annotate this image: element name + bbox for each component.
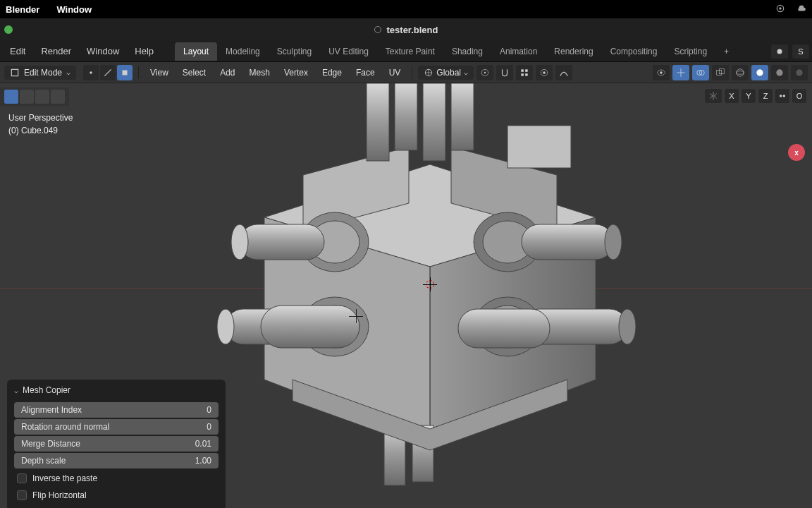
- invert-select-icon[interactable]: [51, 90, 65, 104]
- prop-alignment-index[interactable]: Alignment Index 0: [14, 402, 219, 418]
- svg-point-56: [605, 224, 622, 260]
- snap-options[interactable]: [516, 65, 533, 80]
- check-flip-horizontal[interactable]: Flip Horizontal: [14, 488, 219, 502]
- menu-help[interactable]: Help: [128, 43, 161, 59]
- svg-rect-15: [525, 73, 528, 76]
- options-label[interactable]: O: [792, 89, 806, 103]
- cloud-icon[interactable]: [796, 4, 806, 16]
- visibility-dropdown[interactable]: [653, 65, 670, 80]
- svg-rect-42: [423, 83, 445, 161]
- svg-point-2: [777, 49, 782, 54]
- tab-sculpting[interactable]: Sculpting: [269, 42, 320, 61]
- mirror-z-toggle[interactable]: Z: [758, 89, 773, 103]
- header-add-menu[interactable]: Add: [214, 66, 240, 80]
- vertex-select-mode[interactable]: [83, 65, 99, 80]
- checkbox-icon[interactable]: [17, 473, 27, 483]
- mirror-y-toggle[interactable]: Y: [742, 89, 756, 103]
- viewport-info-text: User Perspective (0) Cube.049: [8, 111, 73, 137]
- header-face-menu[interactable]: Face: [350, 66, 381, 80]
- proportional-edit-toggle[interactable]: [536, 65, 553, 80]
- mode-selector[interactable]: Edit Mode ⌵: [4, 66, 76, 80]
- tab-rendering[interactable]: Rendering: [546, 42, 601, 61]
- scene-label[interactable]: S: [792, 44, 809, 59]
- subtract-select-icon[interactable]: [20, 90, 34, 104]
- redo-operator-panel: ⌵ Mesh Copier Alignment Index 0 Rotation…: [7, 380, 226, 508]
- face-select-mode[interactable]: [117, 65, 133, 80]
- tab-animation[interactable]: Animation: [491, 42, 546, 61]
- orientation-label: Global: [436, 68, 461, 78]
- overlay-toggle[interactable]: [692, 65, 709, 80]
- svg-line-5: [104, 69, 111, 75]
- svg-rect-41: [395, 83, 417, 150]
- topbar-right-icons: S: [771, 44, 809, 59]
- check-inverse-paste[interactable]: Inverse the paste: [14, 471, 219, 485]
- checkbox-icon[interactable]: [17, 490, 27, 500]
- unsaved-indicator-icon: [374, 26, 381, 33]
- mirror-axis-toggles: X Y Z O: [705, 89, 806, 103]
- window-title-bar: tester.blend: [0, 18, 812, 41]
- header-mesh-menu[interactable]: Mesh: [244, 66, 276, 80]
- scene-dropdown[interactable]: [771, 44, 788, 59]
- extend-select-icon[interactable]: [4, 90, 18, 104]
- document-filename: tester.blend: [387, 25, 438, 35]
- svg-rect-13: [525, 69, 528, 72]
- mirror-icon[interactable]: [705, 89, 722, 103]
- shading-solid[interactable]: [751, 65, 768, 80]
- prop-depth-scale[interactable]: Depth scale 1.00: [14, 453, 219, 468]
- header-vertex-menu[interactable]: Vertex: [278, 66, 314, 80]
- header-select-menu[interactable]: Select: [177, 66, 211, 80]
- orientation-icon: [424, 68, 433, 78]
- svg-rect-55: [522, 224, 613, 260]
- traffic-light-green[interactable]: [4, 25, 13, 34]
- shading-material[interactable]: [771, 65, 788, 80]
- tab-compositing[interactable]: Compositing: [602, 42, 666, 61]
- svg-point-47: [231, 224, 248, 260]
- svg-point-25: [737, 68, 744, 76]
- tab-uv-editing[interactable]: UV Editing: [320, 42, 377, 61]
- svg-rect-3: [11, 69, 18, 75]
- header-view-menu[interactable]: View: [144, 66, 174, 80]
- operator-panel-header[interactable]: ⌵ Mesh Copier: [7, 380, 226, 401]
- svg-rect-6: [123, 70, 128, 75]
- main-menu-left: Edit Render Window Help: [3, 43, 161, 59]
- transform-orientation[interactable]: Global ⌵: [418, 66, 474, 80]
- tab-scripting[interactable]: Scripting: [665, 42, 715, 61]
- menu-render[interactable]: Render: [34, 43, 78, 59]
- tab-layout[interactable]: Layout: [175, 42, 217, 61]
- 3d-viewport[interactable]: X Y Z O User Perspective (0) Cube.049: [0, 83, 812, 508]
- auto-merge-icon[interactable]: [775, 89, 789, 103]
- tab-modeling[interactable]: Modeling: [217, 42, 269, 61]
- snap-toggle[interactable]: [496, 65, 513, 80]
- svg-point-31: [783, 95, 786, 97]
- pivot-point-dropdown[interactable]: [476, 65, 493, 80]
- operator-title: Mesh Copier: [23, 385, 70, 395]
- os-window-menu[interactable]: Window: [56, 4, 92, 15]
- shading-wireframe[interactable]: [732, 65, 749, 80]
- header-edge-menu[interactable]: Edge: [316, 66, 347, 80]
- editor-header: Edit Mode ⌵ View Select Add Mesh Vertex …: [0, 62, 812, 83]
- obs-icon[interactable]: [775, 4, 785, 16]
- header-uv-menu[interactable]: UV: [383, 66, 407, 80]
- active-object-label: (0) Cube.049: [8, 124, 73, 137]
- tab-shading[interactable]: Shading: [443, 42, 491, 61]
- mirror-x-toggle[interactable]: X: [725, 89, 739, 103]
- prop-rotation-normal[interactable]: Rotation around normal 0: [14, 419, 219, 435]
- svg-point-1: [779, 7, 782, 10]
- main-menu-bar: Edit Render Window Help Layout Modeling …: [0, 41, 812, 62]
- intersect-select-icon[interactable]: [35, 90, 49, 104]
- chevron-down-icon: ⌵: [14, 387, 18, 394]
- prop-merge-distance[interactable]: Merge Distance 0.01: [14, 436, 219, 452]
- edge-select-mode[interactable]: [100, 65, 116, 80]
- gizmo-toggle[interactable]: [672, 65, 689, 80]
- gizmo-x-axis[interactable]: x: [788, 144, 805, 161]
- menu-edit[interactable]: Edit: [3, 43, 32, 59]
- add-workspace-button[interactable]: +: [715, 42, 737, 61]
- mesh-select-mode-group: [83, 65, 133, 80]
- proportional-falloff[interactable]: [555, 65, 572, 80]
- xray-toggle[interactable]: [712, 65, 729, 80]
- chevron-down-icon: ⌵: [464, 68, 468, 76]
- svg-point-29: [796, 69, 802, 75]
- shading-rendered[interactable]: [791, 65, 808, 80]
- menu-window[interactable]: Window: [80, 43, 126, 59]
- tab-texture-paint[interactable]: Texture Paint: [377, 42, 443, 61]
